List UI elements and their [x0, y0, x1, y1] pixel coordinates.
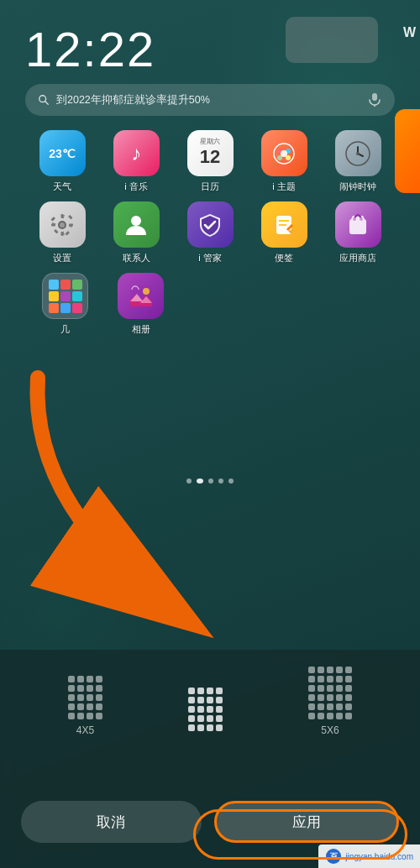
svg-point-7	[277, 155, 282, 160]
grid-label-5x6: 5X6	[321, 724, 339, 736]
app-settings[interactable]: 设置	[31, 201, 94, 264]
grid-dots-4x5	[68, 676, 102, 719]
clock-icon	[344, 140, 371, 167]
svg-rect-16	[61, 214, 64, 218]
contacts-icon	[123, 212, 150, 238]
svg-point-15	[60, 222, 65, 227]
grid-option-4x5-left[interactable]: 4X5	[68, 676, 102, 736]
app-folder[interactable]: 几	[34, 273, 97, 336]
grid-label-4x5: 4X5	[76, 724, 94, 736]
svg-rect-20	[50, 217, 55, 222]
orange-side-widget	[395, 109, 420, 193]
search-bar[interactable]: 到2022年抑郁症就诊率提升50%	[25, 84, 395, 116]
baidu-logo: 百	[325, 848, 342, 865]
search-text: 到2022年抑郁症就诊率提升50%	[56, 93, 367, 107]
manager-icon	[197, 212, 223, 238]
apply-button[interactable]: 应用	[214, 801, 400, 843]
app-store[interactable]: 应用商店	[327, 201, 390, 264]
cancel-button[interactable]: 取消	[21, 801, 202, 843]
page-dot-5	[228, 478, 234, 484]
app-row-1: 23℃ 天气 ♪ i 音乐 星期六 12 日历	[25, 130, 395, 193]
settings-icon	[50, 212, 75, 238]
baidu-watermark: 百 jingyan.baidu.com	[318, 844, 420, 868]
svg-rect-28	[349, 219, 366, 234]
svg-rect-22	[68, 214, 73, 219]
notes-icon	[271, 212, 297, 238]
grid-dots-center	[188, 688, 223, 731]
svg-point-32	[143, 288, 150, 295]
svg-point-29	[353, 217, 356, 221]
theme-icon	[271, 141, 297, 166]
svg-point-30	[360, 217, 363, 221]
svg-line-1	[45, 102, 49, 105]
svg-rect-19	[69, 223, 73, 226]
app-calendar[interactable]: 星期六 12 日历	[179, 130, 242, 193]
svg-point-9	[281, 150, 287, 157]
grid-option-4x5-center[interactable]	[188, 688, 223, 736]
bottom-overlay: 4X5	[0, 650, 420, 868]
page-dot-4	[218, 478, 223, 484]
grid-dots-5x6	[308, 667, 352, 719]
app-photos[interactable]: 相册	[109, 273, 172, 336]
svg-rect-17	[61, 232, 64, 236]
app-theme[interactable]: i 主题	[253, 130, 316, 193]
app-row-2: 设置 联系人 i 管家	[25, 201, 395, 264]
phone-screen: 12:22 W 到2022年抑郁症就诊率提升50% 23℃ 天气	[0, 0, 420, 868]
clock-display: 12:22	[25, 21, 155, 77]
page-dot-2	[197, 478, 203, 484]
app-grid: 23℃ 天气 ♪ i 音乐 星期六 12 日历	[25, 130, 395, 344]
svg-rect-18	[51, 223, 55, 226]
app-row-3: 几 相册	[25, 273, 395, 336]
svg-point-13	[356, 152, 360, 155]
svg-rect-2	[372, 93, 377, 101]
page-dot-3	[208, 478, 213, 484]
svg-rect-21	[54, 228, 59, 233]
page-dot-1	[186, 478, 192, 484]
app-clock[interactable]: 闹钟时钟	[327, 130, 390, 193]
grid-option-5x6[interactable]: 5X6	[308, 667, 352, 736]
app-notes[interactable]: 便签	[253, 201, 316, 264]
photos-icon	[128, 283, 155, 310]
app-manager[interactable]: i 管家	[179, 201, 242, 264]
svg-point-24	[131, 216, 141, 226]
svg-rect-23	[65, 231, 70, 236]
store-icon	[345, 212, 370, 238]
svg-text:百: 百	[330, 852, 339, 860]
svg-point-8	[286, 155, 291, 160]
page-dots	[0, 478, 420, 484]
app-music[interactable]: ♪ i 音乐	[105, 130, 168, 193]
widget-blur	[286, 17, 378, 63]
app-contacts[interactable]: 联系人	[105, 201, 168, 264]
watermark-text: jingyan.baidu.com	[345, 852, 413, 861]
voice-icon	[367, 92, 382, 107]
w-label: W	[403, 25, 416, 40]
search-icon	[38, 94, 50, 106]
app-weather[interactable]: 23℃ 天气	[31, 130, 94, 193]
grid-options: 4X5	[0, 650, 420, 740]
